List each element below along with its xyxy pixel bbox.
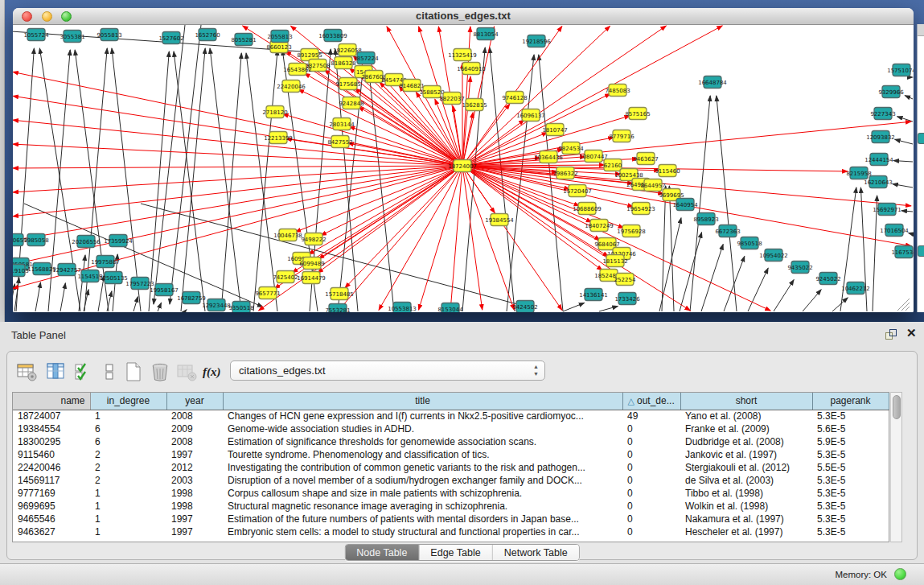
- table-row[interactable]: 1456911722003Disruption of a novel membe…: [13, 474, 889, 487]
- function-builder-icon[interactable]: f(x): [203, 361, 224, 382]
- table-cell: 1997: [166, 513, 223, 525]
- graph-node-label: 12444154: [864, 157, 893, 163]
- table-cell: 2008: [166, 410, 223, 422]
- graph-node-label: 9055813: [97, 32, 121, 39]
- node-table[interactable]: namein_degreeyeartitle△ out_de...shortpa…: [12, 392, 889, 542]
- graph-node: [918, 133, 924, 144]
- column-header-short[interactable]: short: [680, 393, 812, 410]
- graph-node-label: 9498222: [301, 237, 326, 243]
- table-cell: Structural magnetic resonance image aver…: [223, 500, 622, 513]
- table-row[interactable]: 1872400712008Changes of HCN gene express…: [13, 410, 889, 422]
- table-tabs: Node TableEdge TableNetwork Table: [344, 544, 579, 561]
- table-selector-value: citations_edges.txt: [239, 365, 326, 377]
- table-row[interactable]: 946554611997Estimation of the future num…: [13, 513, 889, 525]
- table-cell: 9777169: [13, 487, 90, 500]
- table-row[interactable]: 946362711997Embryonic stem cells: a mode…: [13, 525, 889, 538]
- table-cell: 1997: [166, 448, 223, 461]
- graph-node-label: 10954022: [759, 253, 788, 259]
- graph-node-label: 8779716: [609, 134, 634, 140]
- graph-node-label: 9115460: [655, 168, 680, 175]
- table-cell: Dudbridge et al. (2008): [680, 435, 812, 448]
- graph-node-label: 19958167: [150, 287, 179, 294]
- table-panel-title: Table Panel: [11, 329, 66, 341]
- table-cell: 2008: [166, 435, 223, 448]
- tab-node-table[interactable]: Node Table: [345, 545, 419, 560]
- table-cell: Disruption of a novel member of a sodium…: [223, 474, 622, 487]
- table-cell: 2009: [166, 422, 223, 435]
- table-settings-icon[interactable]: [17, 361, 38, 382]
- column-header-title[interactable]: title: [223, 393, 622, 410]
- graph-node-label: 9850518: [737, 241, 762, 247]
- graph-node-label: 8427552: [327, 139, 352, 146]
- table-cell: 9699695: [13, 500, 90, 513]
- graph-node-label: 2055813: [267, 34, 292, 40]
- network-window[interactable]: citations_edges.txt 18724007866012389129…: [13, 8, 914, 312]
- table-selector-dropdown[interactable]: citations_edges.txt ▲▼: [230, 360, 545, 381]
- graph-node-label: 14136141: [579, 292, 608, 299]
- table-cell: Corpus callosum shape and size in male p…: [223, 487, 622, 500]
- show-columns-icon[interactable]: [46, 361, 67, 382]
- graph-node-label: 9657771: [255, 290, 280, 297]
- column-header-pagerank[interactable]: pagerank: [812, 393, 889, 410]
- delete-trash-icon[interactable]: [150, 361, 170, 382]
- network-canvas[interactable]: 1872400786601238912955182260589827508165…: [13, 25, 914, 312]
- zoom-window-button[interactable]: [61, 11, 72, 22]
- new-document-icon[interactable]: [123, 361, 144, 382]
- table-cell: 18724007: [13, 410, 90, 422]
- column-header-in-degree[interactable]: in_degree: [90, 393, 166, 410]
- graph-node-label: 15720407: [563, 188, 592, 195]
- table-cell: 5.3E-5: [812, 448, 889, 461]
- table-cell: 1998: [166, 487, 223, 500]
- graph-node-label: 17957223: [125, 281, 154, 287]
- table-row[interactable]: 969969511998Structural magnetic resonanc…: [13, 500, 889, 513]
- window-titlebar[interactable]: citations_edges.txt: [13, 8, 914, 25]
- table-row[interactable]: 911546021997Tourette syndrome. Phenomeno…: [13, 448, 889, 461]
- table-cell: 1: [90, 487, 166, 500]
- float-panel-icon[interactable]: [885, 329, 897, 340]
- row-height-icon[interactable]: [99, 361, 120, 382]
- graph-node-label: 2718120: [262, 109, 287, 116]
- tab-edge-table[interactable]: Edge Table: [419, 545, 492, 560]
- graph-node-label: 12213399: [264, 135, 293, 142]
- table-row[interactable]: 2242004622012Investigating the contribut…: [13, 461, 889, 474]
- select-columns-icon[interactable]: [73, 361, 94, 382]
- table-row[interactable]: 1830029562008Estimation of significance …: [13, 435, 889, 448]
- column-header-name[interactable]: name: [13, 393, 90, 410]
- table-cell: 2: [90, 461, 166, 474]
- dropdown-stepper-icon: ▲▼: [533, 363, 539, 377]
- table-row[interactable]: 977716911998Corpus callosum shape and si…: [13, 487, 889, 500]
- graph-node-label: 16914479: [297, 275, 326, 282]
- graph-node-label: 10046738: [273, 233, 302, 239]
- graph-node-label: 19384554: [485, 217, 514, 224]
- table-cell: 5.3E-5: [812, 410, 889, 422]
- table-cell: 9115460: [13, 448, 90, 461]
- table-cell: 2: [90, 448, 166, 461]
- graph-node-label: 18724007: [448, 163, 477, 170]
- graph-node-label: 9746128: [502, 95, 527, 101]
- table-vertical-scrollbar[interactable]: [890, 392, 902, 542]
- tab-network-table[interactable]: Network Table: [493, 545, 579, 560]
- graph-node-label: 9175685: [335, 81, 360, 88]
- table-cell: 0: [622, 474, 680, 487]
- table-cell: 18300295: [13, 435, 90, 448]
- table-row[interactable]: 1938455462009Genome-wide association stu…: [13, 422, 889, 435]
- table-cell: 6: [90, 435, 166, 448]
- graph-node-label: 1985058: [23, 237, 48, 244]
- table-cell: 5.3E-5: [812, 513, 889, 525]
- memory-ok-indicator[interactable]: [894, 568, 906, 580]
- graph-node-label: 1810747: [542, 127, 567, 134]
- scrollbar-thumb[interactable]: [893, 395, 901, 419]
- column-header-out-de-[interactable]: △ out_de...: [622, 393, 680, 410]
- resize-grip[interactable]: [897, 299, 910, 311]
- graph-node-label: 16782759: [177, 295, 206, 302]
- graph-node-label: 8055281: [231, 37, 256, 43]
- status-bar: Memory: OK: [0, 563, 924, 585]
- close-window-button[interactable]: [22, 11, 32, 22]
- table-cell: Jankovic et al. (1997): [680, 448, 812, 461]
- graph-node-label: 1055724: [23, 32, 49, 39]
- table-cell: 2003: [166, 474, 223, 487]
- graph-node-label: 20364436: [534, 154, 563, 161]
- column-header-year[interactable]: year: [166, 393, 223, 410]
- close-panel-icon[interactable]: ✕: [906, 326, 917, 340]
- minimize-window-button[interactable]: [42, 11, 52, 22]
